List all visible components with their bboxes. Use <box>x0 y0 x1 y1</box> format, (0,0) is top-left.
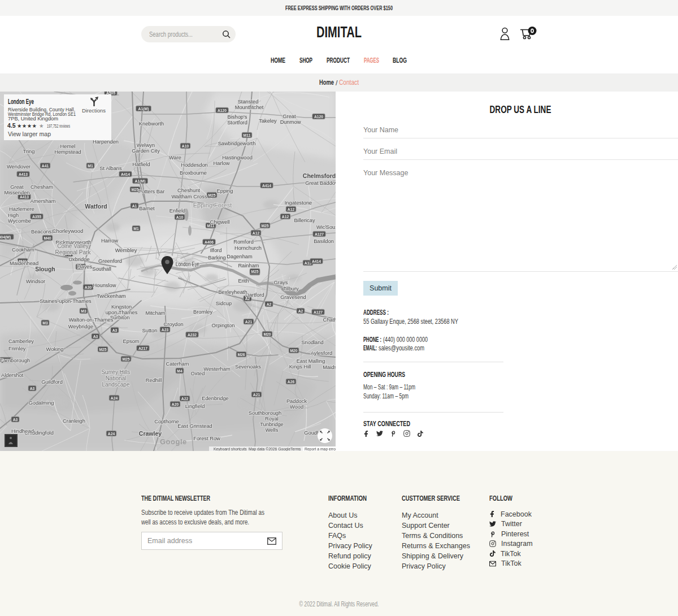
svg-text:Chath: Chath <box>323 317 336 323</box>
svg-text:BLOG: BLOG <box>393 57 407 64</box>
svg-text:A26: A26 <box>288 380 295 384</box>
svg-text:Uxbridge: Uxbridge <box>68 257 89 262</box>
svg-text:EMAIL:: EMAIL: <box>363 344 377 352</box>
svg-text:M3: M3 <box>42 321 48 325</box>
svg-text:Directions: Directions <box>82 107 106 114</box>
svg-text:A1(M): A1(M) <box>138 107 149 111</box>
svg-text:A127: A127 <box>315 232 324 236</box>
svg-text:Chelmsford: Chelmsford <box>303 172 336 179</box>
svg-text:Tilbury: Tilbury <box>283 286 299 292</box>
svg-text:Surrey Hills: Surrey Hills <box>101 369 130 375</box>
svg-text:M20: M20 <box>263 332 271 336</box>
svg-text:Grays: Grays <box>274 280 288 285</box>
svg-text:M40: M40 <box>44 236 51 240</box>
svg-text:Tunbridge: Tunbridge <box>260 422 284 427</box>
svg-text:A1: A1 <box>132 204 137 208</box>
svg-text:Windsor: Windsor <box>26 279 45 284</box>
svg-text:Sevenoaks: Sevenoaks <box>235 364 261 370</box>
svg-text:Ware: Ware <box>169 155 181 160</box>
svg-text:Sutton: Sutton <box>142 328 158 333</box>
svg-text:M3: M3 <box>81 309 86 313</box>
svg-text:© 2022 Ditimal. All Rights Res: © 2022 Ditimal. All Rights Reserved. <box>299 600 379 608</box>
svg-text:Weybridge: Weybridge <box>68 324 93 329</box>
svg-text:A232: A232 <box>188 333 197 337</box>
svg-text:M11: M11 <box>244 133 251 137</box>
svg-text:Colne Valley: Colne Valley <box>57 243 88 249</box>
svg-text:A414: A414 <box>121 172 130 176</box>
svg-text:Garden City: Garden City <box>132 148 160 154</box>
svg-text:sales@yousite.com: sales@yousite.com <box>379 344 424 352</box>
svg-text:(440) 000 000 0000: (440) 000 000 0000 <box>383 335 428 344</box>
svg-text:Missenden: Missenden <box>5 190 30 196</box>
svg-text:Greenford: Greenford <box>98 258 122 264</box>
svg-text:A414: A414 <box>262 184 271 188</box>
svg-text:Billericay: Billericay <box>294 218 315 223</box>
svg-text:Southborough: Southborough <box>249 410 281 416</box>
svg-text:Staines-upon-Thames: Staines-upon-Thames <box>40 298 92 304</box>
svg-text:Harrow: Harrow <box>101 238 118 244</box>
svg-text:Lingfield: Lingfield <box>185 404 205 409</box>
svg-text:Hazlemere: Hazlemere <box>9 206 34 212</box>
svg-text:Aylesford: Aylesford <box>311 350 333 356</box>
svg-text:Maidst: Maidst <box>323 365 336 370</box>
svg-text:A10: A10 <box>182 144 189 148</box>
svg-text:SHOP: SHOP <box>299 57 312 64</box>
svg-text:Cranleigh: Cranleigh <box>63 418 85 424</box>
svg-text:Barnet: Barnet <box>139 206 155 211</box>
svg-text:M1: M1 <box>88 164 93 168</box>
svg-text:CUSTTOMER SERVICE: CUSTTOMER SERVICE <box>402 494 460 502</box>
svg-text:A355: A355 <box>32 215 41 219</box>
svg-text:DROP US A LINE: DROP US A LINE <box>490 104 551 115</box>
svg-text:A406: A406 <box>205 240 214 244</box>
svg-text:Google: Google <box>160 437 187 446</box>
svg-text:Rainham: Rainham <box>238 263 259 268</box>
svg-text:M26: M26 <box>237 353 245 357</box>
svg-text:Paddock: Paddock <box>286 398 307 404</box>
svg-text:A12: A12 <box>253 231 260 235</box>
svg-text:Basildon: Basildon <box>314 238 334 244</box>
svg-text:A3: A3 <box>13 418 18 422</box>
svg-text:THE DITIMAL NEWSLETTER: THE DITIMAL NEWSLETTER <box>141 494 210 502</box>
svg-text:A404(M): A404(M) <box>0 235 11 240</box>
svg-text:Broxbourne: Broxbourne <box>180 170 207 176</box>
svg-text:Bromley: Bromley <box>193 309 212 315</box>
svg-text:Hempstead: Hempstead <box>54 149 81 155</box>
svg-text:7PB, United Kingdom: 7PB, United Kingdom <box>8 116 58 122</box>
svg-text:Regional Park: Regional Park <box>55 249 92 255</box>
svg-text:Godalming: Godalming <box>29 400 54 406</box>
svg-text:A30: A30 <box>85 285 92 289</box>
svg-text:A414: A414 <box>312 259 321 263</box>
svg-text:Sidcup: Sidcup <box>216 301 232 306</box>
svg-text:Cheshunt: Cheshunt <box>177 188 200 193</box>
svg-text:/: / <box>336 79 338 87</box>
svg-text:Barking: Barking <box>208 255 226 261</box>
svg-text:Hastingwood: Hastingwood <box>222 155 253 160</box>
svg-text:A12: A12 <box>282 215 289 219</box>
svg-text:PRODUCT: PRODUCT <box>327 57 350 64</box>
svg-text:Epping Forest: Epping Forest <box>193 202 232 209</box>
svg-text:FREE EXPRESS SHIPPING WITH ORD: FREE EXPRESS SHIPPING WITH ORDERS OVER $… <box>285 5 393 11</box>
svg-text:Romford: Romford <box>233 239 254 245</box>
svg-text:St Albans: St Albans <box>99 166 122 171</box>
svg-text:Contact: Contact <box>339 79 359 86</box>
svg-text:A3: A3 <box>93 335 98 339</box>
svg-text:Croydon: Croydon <box>163 322 183 327</box>
svg-text:Kings Hill: Kings Hill <box>289 364 311 370</box>
svg-text:Takeley: Takeley <box>259 118 277 124</box>
svg-text:Sou: Sou <box>326 224 336 230</box>
svg-text:A413: A413 <box>19 172 28 176</box>
svg-text:A3: A3 <box>30 387 35 391</box>
svg-text:London Eye: London Eye <box>8 98 34 106</box>
svg-text:Guildford: Guildford <box>41 379 63 385</box>
svg-text:★★★★: ★★★★ <box>17 123 37 129</box>
svg-text:A2: A2 <box>267 302 272 306</box>
svg-text:East Grinstead: East Grinstead <box>177 423 212 429</box>
svg-text:Cookham: Cookham <box>12 247 34 253</box>
svg-text:A2: A2 <box>298 309 303 313</box>
svg-text:Sunday: 11am – 5pm: Sunday: 11am – 5pm <box>363 392 408 400</box>
svg-text:Dunmow: Dunmow <box>280 119 301 125</box>
svg-text:Amersham: Amersham <box>31 198 56 204</box>
svg-text:Ilford: Ilford <box>210 248 222 253</box>
svg-text:Wells: Wells <box>266 427 279 433</box>
svg-text:Walton-on-Thames: Walton-on-Thames <box>69 317 114 323</box>
